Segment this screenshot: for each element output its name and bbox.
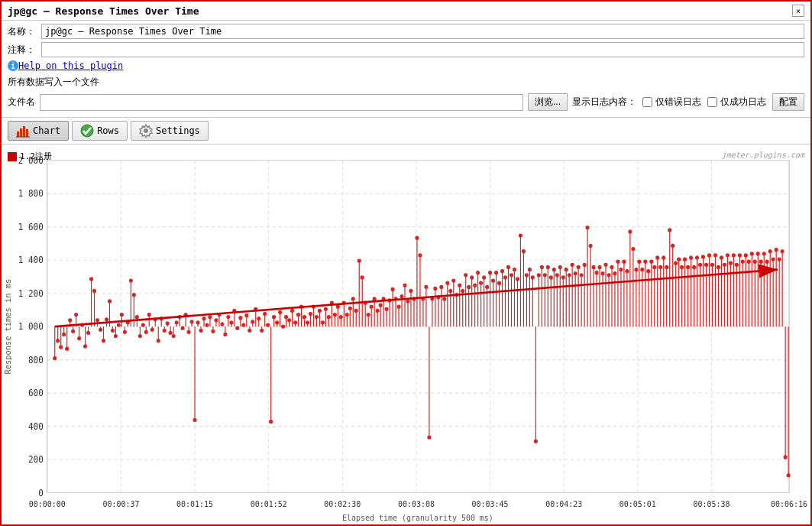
svg-point-485 [705,263,708,266]
svg-point-193 [260,329,264,332]
svg-point-173 [230,321,233,324]
svg-point-97 [114,335,117,338]
chart-area: 1.2注册 jmeter.plugins.com [2,144,810,524]
log-display-label: 显示日志内容： [572,96,636,109]
svg-point-429 [620,268,623,271]
svg-point-397 [571,263,574,266]
svg-point-381 [546,265,549,268]
chart-icon [16,124,30,138]
svg-point-387 [555,274,558,277]
svg-point-147 [190,320,193,323]
name-input[interactable] [41,24,804,39]
svg-point-323 [458,284,461,287]
svg-text:600: 600 [28,388,44,398]
svg-point-297 [419,254,422,257]
help-link[interactable]: Help on this plugin [18,60,123,71]
svg-point-279 [391,287,394,291]
svg-point-243 [336,305,339,308]
svg-point-179 [239,317,242,320]
svg-point-213 [291,309,294,312]
svg-point-365 [522,250,525,253]
svg-point-531 [775,248,778,252]
svg-point-425 [613,272,616,275]
svg-text:1 000: 1 000 [18,322,44,332]
error-log-checkbox[interactable] [642,97,652,107]
error-log-checkbox-group[interactable]: 仅错误日志 [642,96,701,109]
svg-point-75 [81,323,84,326]
svg-point-331 [471,276,474,279]
svg-point-191 [257,317,260,320]
svg-point-107 [129,279,132,282]
svg-text:800: 800 [28,356,44,365]
svg-point-487 [708,254,711,257]
svg-point-441 [638,260,641,263]
window-title: jp@gc – Response Times Over Time [8,5,199,17]
svg-point-513 [747,260,750,263]
svg-point-219 [300,305,303,308]
svg-point-307 [434,287,437,290]
svg-point-85 [96,319,99,322]
close-button[interactable]: × [792,5,804,17]
settings-icon [139,124,153,138]
svg-point-447 [647,270,650,273]
browse-button[interactable]: 浏览... [528,93,568,111]
svg-text:00:01:15: 00:01:15 [176,500,213,508]
svg-point-255 [354,309,357,312]
svg-point-469 [681,265,684,268]
svg-point-533 [778,258,781,261]
svg-text:1 800: 1 800 [18,189,44,199]
svg-point-529 [772,258,775,261]
svg-point-165 [218,313,221,317]
svg-point-335 [477,271,480,274]
svg-point-125 [157,339,160,343]
settings-tab[interactable]: Settings [131,121,209,141]
svg-point-119 [147,313,150,317]
rows-tab[interactable]: Rows [72,121,128,141]
svg-point-225 [309,313,312,316]
svg-point-203 [276,321,279,324]
config-button[interactable]: 配置 [772,93,804,111]
svg-point-329 [467,285,471,288]
comment-input[interactable] [41,42,804,57]
chart-tab[interactable]: Chart [8,121,69,141]
svg-point-77 [84,345,87,348]
svg-text:Response times in ms: Response times in ms [4,279,12,375]
svg-point-377 [540,265,543,268]
svg-point-459 [665,265,668,268]
svg-point-215 [294,321,297,324]
svg-point-209 [285,316,288,319]
svg-point-249 [345,313,348,317]
svg-rect-0 [17,132,19,137]
svg-point-99 [117,323,120,326]
svg-rect-1 [20,128,22,137]
svg-point-421 [607,274,610,277]
svg-point-245 [339,316,342,319]
svg-point-197 [267,323,270,326]
svg-point-83 [93,289,96,292]
svg-point-393 [565,268,568,271]
svg-point-295 [416,236,419,239]
success-log-checkbox[interactable] [707,97,717,107]
form-area: 名称： 注释： i Help on this plugin 所有数据写入一个文件… [2,21,810,118]
svg-text:0: 0 [38,489,44,498]
svg-point-417 [601,272,604,275]
svg-point-281 [394,297,397,300]
svg-point-293 [412,297,416,300]
file-input[interactable] [40,94,523,111]
svg-point-231 [318,309,321,312]
svg-point-517 [753,260,756,263]
file-row: 文件名 浏览... 显示日志内容： 仅错误日志 仅成功日志 配置 [8,93,804,111]
svg-point-91 [105,318,108,321]
svg-point-277 [388,299,391,302]
svg-point-239 [330,301,333,304]
svg-point-437 [632,248,635,251]
svg-text:00:04:23: 00:04:23 [545,500,582,508]
svg-point-327 [464,274,467,277]
svg-point-355 [507,265,510,268]
svg-point-233 [321,321,324,324]
success-log-checkbox-group[interactable]: 仅成功日志 [707,96,766,109]
svg-point-373 [534,440,537,443]
svg-point-287 [403,284,406,287]
svg-point-349 [498,281,501,284]
svg-point-449 [650,260,653,263]
